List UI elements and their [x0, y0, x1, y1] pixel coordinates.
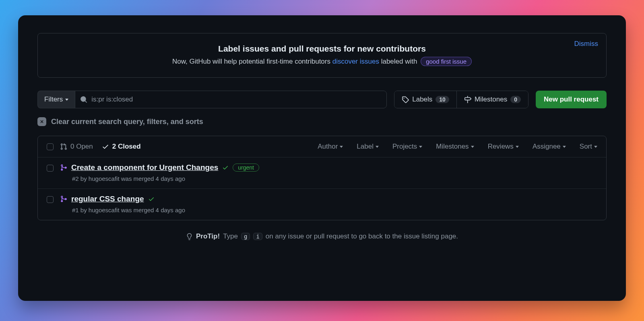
header-filters: Author Label Projects Milestones Reviews…: [318, 143, 597, 151]
discover-issues-link[interactable]: discover issues: [332, 58, 379, 65]
success-check-icon: [222, 164, 229, 171]
caret-down-icon: [594, 146, 597, 148]
closed-tab[interactable]: 2 Closed: [102, 143, 141, 151]
filter-author[interactable]: Author: [318, 143, 343, 151]
close-icon: [37, 117, 46, 126]
pr-subtext: #2 by hugoescafit was merged 4 days ago: [72, 175, 597, 182]
pr-title-link[interactable]: Create a component for Urgent Changes: [71, 163, 218, 172]
filter-sort[interactable]: Sort: [580, 143, 597, 151]
labels-label: Labels: [412, 95, 432, 104]
protip-pre: Type: [223, 232, 238, 240]
banner-desc-post: labeled with: [379, 58, 419, 65]
good-first-issue-badge: good first issue: [421, 57, 472, 66]
milestones-button[interactable]: Milestones 0: [456, 91, 528, 108]
toolbar: Filters Labels 10 Milestones 0 New pull …: [37, 91, 607, 108]
clear-text: Clear current search query, filters, and…: [51, 118, 203, 126]
filters-button[interactable]: Filters: [37, 91, 75, 108]
merged-icon: [60, 195, 67, 203]
banner-desc-pre: Now, GitHub will help potential first-ti…: [172, 58, 332, 65]
pr-icon: [60, 143, 67, 150]
open-tab[interactable]: 0 Open: [60, 143, 93, 151]
protip-lead: ProTip!: [196, 232, 220, 240]
caret-down-icon: [419, 146, 422, 148]
caret-down-icon: [516, 146, 519, 148]
caret-down-icon: [376, 146, 379, 148]
banner-desc: Now, GitHub will help potential first-ti…: [48, 57, 596, 66]
search-wrap: [75, 91, 387, 108]
kbd-g: g: [241, 233, 250, 240]
dismiss-link[interactable]: Dismiss: [574, 40, 599, 48]
banner-title: Label issues and pull requests for new c…: [48, 44, 596, 54]
open-count: 0 Open: [70, 143, 93, 151]
urgent-label[interactable]: urgent: [233, 164, 259, 172]
contributor-banner: Dismiss Label issues and pull requests f…: [37, 33, 607, 78]
search-input[interactable]: [91, 91, 382, 108]
lightbulb-icon: [186, 233, 193, 240]
filters-search-group: Filters: [37, 91, 387, 108]
pr-subtext: #1 by hugoescafit was merged 4 days ago: [72, 207, 597, 213]
filter-reviews[interactable]: Reviews: [488, 143, 519, 151]
caret-down-icon: [65, 99, 68, 101]
row-checkbox[interactable]: [47, 196, 54, 203]
caret-down-icon: [563, 146, 566, 148]
success-check-icon: [148, 196, 155, 202]
pr-list: 0 Open 2 Closed Author Label Projects Mi…: [37, 136, 607, 220]
labels-count: 10: [436, 96, 449, 103]
milestone-icon: [464, 96, 471, 103]
app-window: Dismiss Label issues and pull requests f…: [18, 15, 626, 301]
closed-count: 2 Closed: [112, 143, 141, 151]
milestones-label: Milestones: [475, 95, 507, 104]
filter-assignee[interactable]: Assignee: [533, 143, 566, 151]
pr-row: Create a component for Urgent Changes ur…: [38, 157, 606, 188]
protip-post: on any issue or pull request to go back …: [266, 232, 458, 240]
state-tabs: 0 Open 2 Closed: [60, 143, 141, 151]
search-icon: [80, 96, 87, 103]
merged-icon: [60, 164, 67, 171]
caret-down-icon: [340, 146, 343, 148]
pr-row: regular CSS change #1 by hugoescafit was…: [38, 188, 606, 220]
select-all-checkbox[interactable]: [47, 143, 54, 150]
labels-button[interactable]: Labels 10: [394, 91, 456, 108]
milestones-count: 0: [510, 96, 521, 103]
pr-title-link[interactable]: regular CSS change: [71, 195, 144, 203]
caret-down-icon: [471, 146, 474, 148]
labels-milestones-group: Labels 10 Milestones 0: [394, 91, 528, 108]
kbd-i: i: [253, 233, 262, 240]
filters-label: Filters: [44, 95, 63, 104]
protip: ProTip! Type g i on any issue or pull re…: [37, 232, 607, 240]
clear-search-link[interactable]: Clear current search query, filters, and…: [37, 117, 607, 126]
check-icon: [102, 143, 109, 150]
list-header: 0 Open 2 Closed Author Label Projects Mi…: [38, 136, 606, 157]
row-checkbox[interactable]: [47, 165, 54, 172]
filter-label[interactable]: Label: [357, 143, 379, 151]
tag-icon: [402, 96, 409, 103]
filter-milestones[interactable]: Milestones: [436, 143, 474, 151]
new-pull-request-button[interactable]: New pull request: [536, 91, 607, 108]
filter-projects[interactable]: Projects: [392, 143, 422, 151]
